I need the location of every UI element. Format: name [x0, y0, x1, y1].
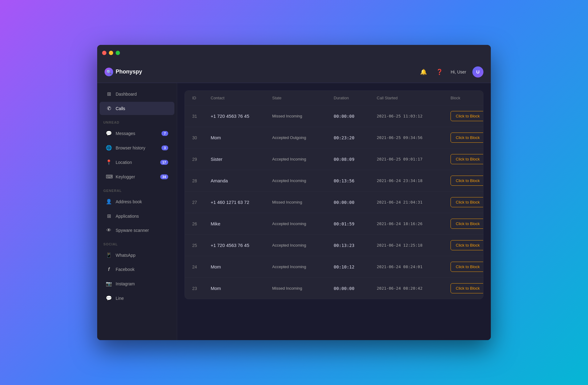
sidebar-item-dashboard[interactable]: ⊞ Dashboard — [100, 87, 174, 101]
table-row: 27 +1 460 1271 63 72 Missed Incoming 00:… — [185, 192, 483, 213]
address-book-icon: 👤 — [106, 199, 112, 204]
cell-id: 23 — [192, 286, 211, 291]
table-row: 23 Mom Missed Incoming 00:00:00 2021-06-… — [185, 278, 483, 299]
block-button[interactable]: Click to Block — [451, 262, 483, 272]
sidebar-item-messages[interactable]: 💬 Messages 7 — [100, 127, 174, 140]
section-general: GENERAL — [97, 184, 177, 194]
sidebar-item-browser-history[interactable]: 🌐 Browser history 3 — [100, 141, 174, 154]
header-right: 🔔 ❓ Hi, User U — [419, 66, 483, 77]
keylogger-icon: ⌨ — [106, 174, 112, 180]
sidebar-item-whatsapp[interactable]: 📱 WhatsApp — [100, 248, 174, 262]
table-row: 25 +1 720 4563 76 45 Accepted Incoming 0… — [185, 235, 483, 256]
sidebar-label-facebook: Facebook — [116, 267, 134, 272]
cell-id: 27 — [192, 200, 211, 205]
minimize-button[interactable] — [109, 51, 113, 55]
cell-contact: Mom — [211, 286, 272, 291]
cell-contact: Mom — [211, 264, 272, 269]
block-button[interactable]: Click to Block — [451, 197, 483, 207]
sidebar-label-dashboard: Dashboard — [116, 92, 137, 97]
line-icon: 💬 — [106, 295, 112, 301]
cell-duration: 00:01:59 — [334, 221, 377, 226]
sidebar-label-keylogger: Keylogger — [116, 174, 135, 179]
block-button[interactable]: Click to Block — [451, 133, 483, 143]
sidebar-label-spyware-scanner: Spyware scanner — [116, 228, 149, 233]
block-button[interactable]: Click to Block — [451, 240, 483, 250]
sidebar-item-instagram[interactable]: 📷 Instagram — [100, 277, 174, 290]
window-controls — [102, 51, 120, 55]
cell-contact: +1 460 1271 63 72 — [211, 200, 272, 205]
messages-badge: 7 — [161, 131, 168, 136]
main-layout: ⊞ Dashboard ✆ Calls UNREAD 💬 Messages 7 … — [97, 83, 491, 340]
cell-block: Click to Block — [451, 176, 483, 186]
block-button[interactable]: Click to Block — [451, 219, 483, 229]
table-header: ID Contact State Duration Call Started B… — [185, 91, 483, 105]
cell-state: Missed Incoming — [272, 286, 334, 291]
app-window: 🔍 Phonyspy 🔔 ❓ Hi, User U ⊞ Dashboard ✆ … — [97, 45, 491, 340]
cell-state: Accepted Incoming — [272, 243, 334, 248]
col-contact: Contact — [211, 96, 272, 100]
cell-duration: 00:23:20 — [334, 135, 377, 140]
cell-duration: 00:10:12 — [334, 264, 377, 269]
cell-started: 2021-06-24 08:20:42 — [377, 286, 451, 291]
cell-id: 26 — [192, 221, 211, 226]
cell-started: 2021-06-24 21:04:31 — [377, 200, 451, 204]
block-button[interactable]: Click to Block — [451, 176, 483, 186]
cell-state: Missed Incoming — [272, 200, 334, 204]
titlebar — [97, 45, 491, 61]
cell-contact: +1 720 4563 76 45 — [211, 113, 272, 119]
sidebar-item-spyware-scanner[interactable]: 👁 Spyware scanner — [100, 224, 174, 237]
block-button[interactable]: Click to Block — [451, 154, 483, 164]
table-body: 31 +1 720 4563 76 45 Missed Incoming 00:… — [185, 105, 483, 299]
cell-duration: 00:13:23 — [334, 243, 377, 248]
avatar[interactable]: U — [472, 66, 483, 77]
logo: 🔍 Phonyspy — [105, 68, 142, 76]
sidebar-item-location[interactable]: 📍 Location 17 — [100, 156, 174, 169]
cell-id: 31 — [192, 114, 211, 119]
block-button[interactable]: Click to Block — [451, 283, 483, 293]
cell-contact: +1 720 4563 76 45 — [211, 243, 272, 248]
cell-block: Click to Block — [451, 154, 483, 164]
notification-icon[interactable]: 🔔 — [419, 67, 428, 77]
cell-block: Click to Block — [451, 111, 483, 121]
cell-started: 2021-06-25 11:03:12 — [377, 114, 451, 118]
cell-started: 2021-06-25 09:34:56 — [377, 135, 451, 140]
cell-id: 28 — [192, 178, 211, 183]
table-row: 26 Mike Accepted Incoming 00:01:59 2021-… — [185, 213, 483, 235]
close-button[interactable] — [102, 51, 106, 55]
sidebar-item-applications[interactable]: ⊞ Applications — [100, 209, 174, 223]
sidebar-label-address-book: Address book — [116, 199, 142, 204]
maximize-button[interactable] — [116, 51, 120, 55]
sidebar-item-facebook[interactable]: f Facebook — [100, 263, 174, 276]
sidebar-label-calls: Calls — [116, 106, 125, 111]
cell-started: 2021-06-24 12:25:18 — [377, 243, 451, 248]
sidebar-item-keylogger[interactable]: ⌨ Keylogger 34 — [100, 170, 174, 183]
sidebar-label-instagram: Instagram — [116, 281, 135, 286]
content-area: ID Contact State Duration Call Started B… — [177, 83, 491, 340]
block-button[interactable]: Click to Block — [451, 111, 483, 121]
sidebar: ⊞ Dashboard ✆ Calls UNREAD 💬 Messages 7 … — [97, 83, 177, 340]
cell-started: 2021-06-24 08:24:01 — [377, 264, 451, 269]
col-block: Block — [451, 96, 483, 100]
cell-state: Accepted Incoming — [272, 264, 334, 269]
sidebar-item-line[interactable]: 💬 Line — [100, 292, 174, 305]
sidebar-item-calls[interactable]: ✆ Calls — [100, 102, 174, 115]
sidebar-label-whatsapp: WhatsApp — [116, 253, 136, 258]
cell-duration: 00:08:09 — [334, 157, 377, 162]
sidebar-label-line: Line — [116, 296, 124, 301]
col-state: State — [272, 96, 334, 100]
cell-block: Click to Block — [451, 197, 483, 207]
dashboard-icon: ⊞ — [106, 91, 112, 97]
cell-block: Click to Block — [451, 240, 483, 250]
cell-started: 2021-06-24 23:34:18 — [377, 178, 451, 183]
col-duration: Duration — [334, 96, 377, 100]
cell-contact: Amanda — [211, 178, 272, 183]
sidebar-label-messages: Messages — [116, 131, 135, 136]
sidebar-item-address-book[interactable]: 👤 Address book — [100, 195, 174, 208]
cell-block: Click to Block — [451, 219, 483, 229]
cell-started: 2021-06-25 09:01:17 — [377, 157, 451, 161]
cell-duration: 00:13:56 — [334, 178, 377, 183]
applications-icon: ⊞ — [106, 213, 112, 219]
table-row: 31 +1 720 4563 76 45 Missed Incoming 00:… — [185, 105, 483, 127]
location-badge: 17 — [160, 160, 168, 165]
help-icon[interactable]: ❓ — [435, 67, 444, 77]
